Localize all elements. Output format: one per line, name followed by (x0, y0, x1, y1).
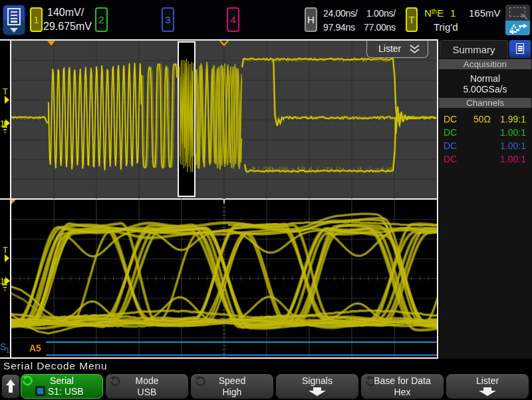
svg-text:1: 1 (6, 347, 10, 354)
svg-text:T: T (3, 87, 8, 97)
svg-text:T: T (3, 245, 8, 255)
svg-text:S: S (0, 341, 6, 352)
